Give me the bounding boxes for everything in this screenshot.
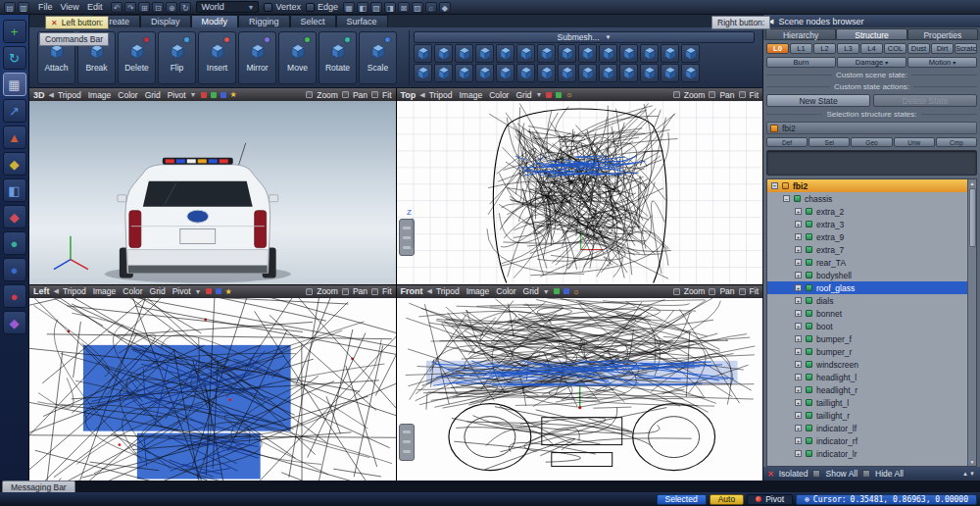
pan-control[interactable]: Pan bbox=[353, 90, 368, 100]
new-state-button[interactable]: New State bbox=[766, 94, 870, 107]
submesh-icon[interactable] bbox=[599, 44, 617, 63]
submesh-icon[interactable] bbox=[434, 64, 453, 82]
zoom-control[interactable]: Zoom bbox=[317, 286, 338, 296]
tree-item-row[interactable]: + dials bbox=[767, 294, 967, 307]
ribbon-tab[interactable]: Surface bbox=[336, 15, 388, 27]
axis-x-icon[interactable] bbox=[206, 288, 212, 294]
submesh-icon[interactable] bbox=[599, 64, 617, 82]
lod-button[interactable]: Dirt bbox=[931, 43, 954, 54]
submesh-icon[interactable] bbox=[475, 44, 494, 63]
tree-item-row[interactable]: + bonnet bbox=[767, 307, 967, 320]
zoom-icon[interactable] bbox=[673, 91, 680, 98]
scroll-down-icon[interactable]: ▼ bbox=[970, 459, 975, 465]
sphere-green-tool-icon[interactable]: ● bbox=[3, 231, 26, 255]
pan-control[interactable]: Pan bbox=[719, 286, 734, 296]
axis-z-icon[interactable] bbox=[216, 288, 221, 294]
expand-icon[interactable]: + bbox=[795, 425, 802, 431]
show-all-button[interactable]: Show All bbox=[825, 469, 858, 479]
fit-icon[interactable] bbox=[371, 91, 378, 98]
structure-state-button[interactable]: Sel bbox=[808, 137, 850, 147]
rotate-tool-icon[interactable]: ↻ bbox=[3, 46, 26, 70]
undo-icon[interactable]: ↶ bbox=[111, 2, 122, 13]
expand-icon[interactable]: + bbox=[795, 450, 802, 457]
vertex-mode-toggle[interactable]: Vertex bbox=[264, 2, 301, 12]
expand-icon[interactable]: + bbox=[795, 374, 802, 380]
lod-button[interactable]: L3 bbox=[837, 43, 859, 54]
structure-state-button[interactable]: Cmp bbox=[936, 137, 977, 147]
viewport-3d[interactable]: 3D ◀ TripodImageColorGridPivot ▼ ★ Zoom … bbox=[29, 88, 396, 284]
viewport-front[interactable]: Front ◀ TripodImageColorGrid ▼ ☼ Zoom Pa… bbox=[397, 285, 763, 481]
layers-icon[interactable]: ▨ bbox=[412, 2, 423, 13]
viewport-name[interactable]: Front bbox=[401, 286, 423, 296]
tree-item-row[interactable]: + boot bbox=[767, 320, 967, 332]
axis-y-icon[interactable] bbox=[211, 92, 217, 98]
axis-x-icon[interactable] bbox=[546, 92, 552, 98]
tree-root-row[interactable]: − fbi2 bbox=[767, 179, 967, 192]
uv-mapper-tool-icon[interactable]: ◧ bbox=[3, 178, 26, 202]
submesh-icon[interactable] bbox=[434, 44, 453, 63]
structure-state-button[interactable]: Unw bbox=[894, 137, 935, 147]
fit-control[interactable]: Fit bbox=[750, 286, 759, 296]
lod-button[interactable]: L0 bbox=[766, 43, 789, 54]
viewport-menu-item[interactable]: Image bbox=[88, 90, 112, 100]
zoom-control[interactable]: Zoom bbox=[684, 286, 706, 296]
toolbar-button[interactable]: Rotate bbox=[318, 31, 357, 84]
menubar-menu[interactable]: Edit bbox=[83, 2, 107, 12]
viewport-menu-item[interactable]: Image bbox=[460, 90, 483, 100]
tree-item-row[interactable]: + bumper_r bbox=[767, 345, 967, 358]
footer-scroll-icons[interactable]: ▲▼ bbox=[962, 471, 976, 477]
lod-button[interactable]: Scratch bbox=[955, 43, 977, 54]
sphere-blue-tool-icon[interactable]: ● bbox=[3, 258, 26, 281]
viewport-3d-canvas[interactable] bbox=[29, 101, 396, 284]
submesh-icon[interactable] bbox=[516, 64, 535, 82]
pivot-mode-button[interactable]: Pivot bbox=[747, 494, 793, 505]
viewport-menu-item[interactable]: Color bbox=[489, 90, 509, 100]
tree-item-row[interactable]: + extra_3 bbox=[767, 218, 967, 230]
submesh-icon[interactable] bbox=[496, 44, 514, 63]
viewport-menu-item[interactable]: Image bbox=[466, 286, 490, 296]
viewport-name[interactable]: Top bbox=[401, 90, 416, 100]
snap-grid-icon[interactable]: ⊞ bbox=[138, 2, 150, 13]
pan-icon[interactable] bbox=[709, 91, 715, 98]
submesh-icon[interactable] bbox=[619, 64, 638, 82]
submesh-icon[interactable] bbox=[640, 44, 659, 63]
fit-control[interactable]: Fit bbox=[382, 286, 391, 296]
expand-icon[interactable]: + bbox=[795, 259, 802, 266]
redo-icon[interactable]: ↷ bbox=[124, 2, 136, 13]
collapse-icon[interactable]: − bbox=[783, 195, 790, 202]
hide-all-button[interactable]: Hide All bbox=[875, 469, 904, 479]
scroll-up-icon[interactable]: ▲ bbox=[970, 180, 975, 186]
lod-button[interactable]: L1 bbox=[790, 43, 812, 54]
lod-button[interactable]: L4 bbox=[860, 43, 883, 54]
viewport-menu-item[interactable]: Tripod bbox=[63, 286, 86, 296]
viewport-gizmo[interactable] bbox=[399, 424, 415, 461]
submesh-icon[interactable] bbox=[516, 44, 535, 63]
ribbon-tab[interactable]: Select bbox=[290, 15, 336, 27]
toolbar-button[interactable]: Scale bbox=[359, 31, 397, 84]
tree-group-row[interactable]: − chassis bbox=[767, 192, 967, 205]
structure-state-button[interactable]: Geo bbox=[851, 137, 892, 147]
tree-item-row[interactable]: + headlight_l bbox=[767, 371, 967, 383]
lod-button[interactable]: COL bbox=[884, 43, 906, 54]
scene-browser-titlebar[interactable]: ◀ Scene nodes browser bbox=[763, 15, 980, 27]
menubar-menu[interactable]: View bbox=[57, 2, 83, 12]
viewport-menu-item[interactable]: Color bbox=[122, 286, 142, 296]
toolbar-button[interactable]: Insert bbox=[198, 31, 236, 84]
structure-state-button[interactable]: Def bbox=[766, 137, 808, 147]
star-icon[interactable]: ★ bbox=[225, 287, 232, 296]
materials-icon[interactable]: ◆ bbox=[439, 2, 451, 13]
viewport-menu-item[interactable]: Pivot bbox=[168, 90, 186, 100]
viewport-name[interactable]: 3D bbox=[33, 90, 45, 100]
axis-x-icon[interactable] bbox=[201, 92, 207, 98]
tree-item-row[interactable]: + rear_TA bbox=[767, 256, 967, 269]
morph-tool-icon[interactable]: ◆ bbox=[3, 311, 26, 334]
hide-all-icon[interactable] bbox=[862, 470, 870, 478]
tree-item-row[interactable]: + roof_glass bbox=[767, 281, 967, 294]
viewport-menu-item[interactable]: Grid bbox=[515, 90, 531, 100]
viewport-menu-item[interactable]: Tripod bbox=[58, 90, 81, 100]
submesh-icon[interactable] bbox=[414, 64, 432, 82]
viewport-menu-item[interactable]: Tripod bbox=[429, 90, 453, 100]
scene-browser-tab[interactable]: Structure bbox=[836, 28, 906, 40]
expand-icon[interactable]: + bbox=[795, 310, 802, 317]
move-tool-icon[interactable]: + bbox=[3, 20, 26, 43]
